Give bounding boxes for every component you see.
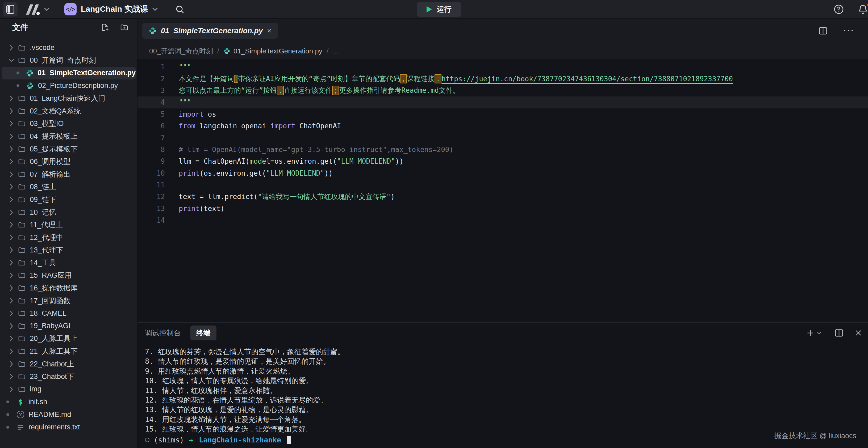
notifications-button[interactable] <box>856 3 868 15</box>
tree-folder-23_Chatbot下[interactable]: 23_Chatbot下 <box>2 370 135 383</box>
tree-folder-.vscode[interactable]: .vscode <box>2 41 135 54</box>
tree-folder-13_代理下[interactable]: 13_代理下 <box>2 244 135 257</box>
tree-folder-17_回调函数[interactable]: 17_回调函数 <box>2 295 135 307</box>
run-button[interactable]: 运行 <box>417 2 461 17</box>
plus-icon <box>806 329 814 337</box>
code-token: os <box>204 110 216 118</box>
code-line-11: 11 <box>137 179 868 191</box>
split-editor-button[interactable] <box>817 27 829 35</box>
workspace-title: LangChain 实战课 <box>81 4 148 14</box>
chevron-right-icon <box>8 335 15 342</box>
code-line-14: 14 <box>137 214 868 226</box>
tree-item-label: .vscode <box>30 43 55 52</box>
code-token: "LLM_MODELEND" <box>266 169 324 177</box>
tab-terminal[interactable]: 终端 <box>190 325 216 340</box>
tree-item-label: 16_操作数据库 <box>30 283 78 293</box>
tree-folder-00_开篇词_奇点时刻[interactable]: 00_开篇词_奇点时刻 <box>2 54 135 67</box>
tree-folder-09_链下[interactable]: 09_链下 <box>2 193 135 206</box>
search-icon <box>175 4 185 14</box>
folder-icon <box>18 297 26 305</box>
modified-dot-icon <box>17 84 20 87</box>
tree-folder-10_记忆[interactable]: 10_记忆 <box>2 206 135 219</box>
chevron-right-icon <box>8 221 15 228</box>
workspace-switcher[interactable]: </> LangChain 实战课 <box>64 3 158 15</box>
modified-dot-icon <box>6 426 9 428</box>
folder-icon <box>18 360 26 368</box>
tab-debug-console[interactable]: 调试控制台 <box>145 328 181 338</box>
breadcrumb-file[interactable]: 01_SimpleTextGeneration.py <box>223 47 322 55</box>
tree-file-README.md[interactable]: ?README.md <box>2 408 135 421</box>
editor-region: 01_SimpleTextGeneration.py × ··· 00_开篇词_… <box>137 19 868 448</box>
code-token: """ <box>179 98 191 106</box>
tree-file-requirements.txt[interactable]: requirements.txt <box>2 421 135 434</box>
tree-folder-02_文档QA系统[interactable]: 02_文档QA系统 <box>2 105 135 117</box>
new-file-button[interactable] <box>99 23 111 32</box>
panel-header: 调试控制台 终端 <box>137 322 868 343</box>
tree-folder-06_调用模型[interactable]: 06_调用模型 <box>2 155 135 168</box>
tree-file-01_SimpleTextGeneration.py[interactable]: 01_SimpleTextGeneration.py <box>2 67 135 79</box>
folder-icon <box>18 56 26 64</box>
line-number: 3 <box>137 87 179 95</box>
tree-folder-18_CAMEL[interactable]: 18_CAMEL <box>2 307 135 320</box>
breadcrumb-folder[interactable]: 00_开篇词_奇点时刻 <box>149 46 213 56</box>
code-line-7: 7 <box>137 132 868 143</box>
tree-file-init.sh[interactable]: $init.sh <box>2 395 135 408</box>
chevron-right-icon <box>8 298 15 304</box>
line-number: 9 <box>137 157 179 165</box>
run-button-label: 运行 <box>437 4 452 14</box>
new-folder-button[interactable] <box>118 23 130 32</box>
code-line-5: 5import os <box>137 108 868 120</box>
tree-folder-21_人脉工具下[interactable]: 21_人脉工具下 <box>2 345 135 358</box>
tree-folder-04_提示模板上[interactable]: 04_提示模板上 <box>2 130 135 143</box>
tab-close-icon[interactable]: × <box>267 27 271 35</box>
folder-icon <box>18 322 26 330</box>
tree-folder-01_LangChain快速入门[interactable]: 01_LangChain快速入门 <box>2 92 135 105</box>
search-button[interactable] <box>174 4 186 14</box>
code-token: from <box>179 122 195 130</box>
line-number: 14 <box>137 216 179 224</box>
file-explorer-header: 文件 <box>0 19 137 36</box>
tree-item-label: 11_代理上 <box>30 220 63 230</box>
sidebar-toggle-button[interactable] <box>3 2 18 16</box>
code-editor[interactable]: 1"""2本文件是【开篇词|带你亲证AI应用开发的“奇点”时刻】章节的配套代码，… <box>137 59 868 322</box>
close-panel-button[interactable] <box>853 329 864 337</box>
chevron-right-icon <box>8 272 15 278</box>
code-token: | <box>234 75 238 83</box>
tree-folder-07_解析输出[interactable]: 07_解析输出 <box>2 168 135 181</box>
tree-file-02_PictureDescription.py[interactable]: 02_PictureDescription.py <box>2 79 135 92</box>
tree-folder-14_工具[interactable]: 14_工具 <box>2 256 135 269</box>
code-token: ) <box>391 193 395 201</box>
chevron-down-icon <box>152 8 158 11</box>
code-token: 直接运行该文件 <box>284 86 332 95</box>
more-actions-button[interactable]: ··· <box>842 26 856 36</box>
line-number: 6 <box>137 122 179 130</box>
breadcrumb-separator: / <box>217 47 219 55</box>
tree-folder-12_代理中[interactable]: 12_代理中 <box>2 231 135 244</box>
code-token: 本文件是【开篇词 <box>179 74 234 83</box>
terminal-line: 7. 红玫瑰的芬芳，弥漫在情人节的空气中，象征着爱的甜蜜。 <box>145 347 868 356</box>
tree-folder-08_链上[interactable]: 08_链上 <box>2 181 135 194</box>
tree-folder-11_代理上[interactable]: 11_代理上 <box>2 218 135 231</box>
chevron-down-icon <box>8 58 15 63</box>
tree-folder-16_操作数据库[interactable]: 16_操作数据库 <box>2 282 135 295</box>
tree-folder-22_Chatbot上[interactable]: 22_Chatbot上 <box>2 358 135 370</box>
tree-folder-03_模型IO[interactable]: 03_模型IO <box>2 117 135 130</box>
chevron-right-icon <box>8 386 15 392</box>
code-token: 更多操作指引请参考Readme.md文件。 <box>339 86 460 95</box>
split-terminal-button[interactable] <box>833 329 845 337</box>
help-button[interactable] <box>832 4 846 15</box>
tree-folder-15_RAG应用[interactable]: 15_RAG应用 <box>2 269 135 282</box>
tree-folder-19_BabyAGI[interactable]: 19_BabyAGI <box>2 320 135 333</box>
ellipsis-icon: ··· <box>843 26 855 35</box>
terminal-prompt[interactable]: (shims) → LangChain-shizhanke <box>145 435 868 445</box>
tree-folder-05_提示模板下[interactable]: 05_提示模板下 <box>2 143 135 156</box>
tree-item-label: 10_记忆 <box>30 208 56 217</box>
new-terminal-button[interactable] <box>806 329 821 337</box>
tree-folder-img[interactable]: img <box>2 383 135 395</box>
editor-tab-active[interactable]: 01_SimpleTextGeneration.py × <box>142 23 278 39</box>
tree-item-label: img <box>30 385 41 393</box>
tree-folder-20_人脉工具上[interactable]: 20_人脉工具上 <box>2 333 135 345</box>
tree-item-label: 17_回调函数 <box>30 296 70 306</box>
ide-logo-menu[interactable] <box>25 3 50 15</box>
breadcrumb-more[interactable]: ... <box>333 47 339 55</box>
